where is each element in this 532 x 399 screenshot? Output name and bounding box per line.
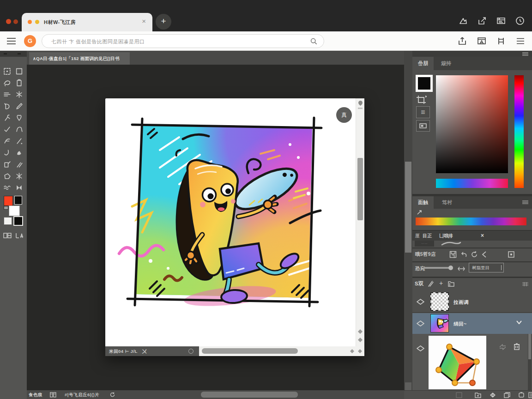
brush-tab-3[interactable]: 凵哦排 [439,231,453,241]
document-vscroll-thumb[interactable] [357,158,363,220]
tool-lasso-icon[interactable] [3,79,12,87]
workspace-hscroll-thumb[interactable] [201,392,298,398]
brush-tab-close-icon[interactable]: × [481,231,484,241]
tool-hooky-icon[interactable] [3,114,12,122]
document-hscroll-thumb[interactable] [202,348,298,354]
layers-grid-icon[interactable] [522,282,528,286]
default-fg-swatch[interactable] [4,217,12,225]
tools-sidebar-handle[interactable] [0,51,27,57]
gradient-rainbow-bar[interactable] [416,218,526,225]
hscroll-diamond-1[interactable] [350,349,354,353]
tool-arc-icon[interactable] [15,126,24,134]
history-clock-icon[interactable] [515,16,525,26]
rotate-icon[interactable] [471,251,478,258]
download-icon[interactable] [458,36,467,46]
screenmode-icon[interactable] [15,232,24,239]
document-vscrollbar[interactable] [356,98,364,346]
blend-mode-dropdown[interactable]: 树脂里目 [469,263,504,272]
scroll-diamond-up[interactable] [358,329,363,334]
layers-scroll-thumb[interactable] [528,334,531,359]
layers-folder-icon[interactable] [447,280,455,288]
annotate-icon[interactable] [458,16,468,26]
tool-asterisk-icon[interactable] [15,91,24,99]
document-hscrollbar[interactable] [199,346,364,356]
foreground-color-swatch[interactable] [4,196,13,206]
footer-list-icon[interactable] [528,392,532,398]
reading-list-icon[interactable] [496,16,506,26]
quickmask-icon[interactable] [3,232,12,239]
tool-bowtie-icon[interactable] [15,184,24,192]
tool-clipboard-icon[interactable] [15,79,24,87]
bottom-left-button[interactable]: 食色痕 [29,390,42,399]
color-tab-active[interactable]: 嵒朋 [412,57,434,70]
brush-subtab[interactable]: ⋯⋯ [415,241,434,247]
layer2-thumbnail[interactable] [430,314,449,332]
layer1-thumbnail[interactable] [430,292,449,311]
scroll-diamond-down[interactable] [358,338,363,342]
small-gray-swatch[interactable] [4,206,8,210]
new-tab-button[interactable]: + [156,14,171,30]
undo-icon[interactable] [460,251,468,258]
tool-waves-icon[interactable] [3,184,12,192]
gradient-tab-active[interactable]: 面触 [412,196,434,209]
doc-zoom-icon[interactable] [188,349,193,354]
layer3-delete-icon[interactable] [514,343,520,350]
color-mode-button[interactable]: 吅 [416,106,430,118]
color-swatch-well[interactable] [416,75,433,92]
opacity-slider[interactable] [423,267,451,269]
tool-rectpen-icon[interactable] [3,161,12,169]
layer-row-2-selected[interactable]: 绢回~ [412,313,532,334]
settings-menu-icon[interactable] [516,36,525,46]
saturation-square[interactable] [436,75,508,173]
tool-hatch-icon[interactable] [15,161,24,169]
background-color-swatch[interactable] [14,196,22,205]
footer-rotate-icon[interactable] [518,392,525,398]
tool-jhook-icon[interactable] [3,149,12,157]
color-tab-inactive[interactable]: 簸持 [435,57,457,70]
tool-dropper-icon[interactable] [15,114,24,122]
footer-copy-icon[interactable] [504,392,510,398]
layers-scrollbar[interactable] [528,334,532,399]
brush-tab-1[interactable]: 厘 [415,231,420,241]
layer-row-1[interactable]: 拉画调 [412,291,532,313]
tool-check-icon[interactable] [3,126,12,134]
layer2-visibility-icon[interactable] [417,320,424,326]
window-dot-2[interactable] [13,19,18,24]
translate-icon[interactable] [477,36,486,46]
layer3-visibility-icon[interactable] [417,345,424,351]
document-tab[interactable]: ∧QA日-值盘台1|「152 画面训的见已[|日书 [29,52,130,65]
footer-diamond-icon[interactable] [490,392,496,398]
layer3-link-icon[interactable] [499,344,506,350]
tool-swoosh-icon[interactable] [3,137,12,145]
tool-blob-icon[interactable] [15,149,24,157]
tool-marquee-icon[interactable] [3,67,12,76]
zoom-badge[interactable]: 真 [336,107,352,123]
default-bg-swatch[interactable] [13,216,23,226]
window-dot-1[interactable] [6,19,11,24]
white-swatch[interactable] [9,206,20,216]
browser-tab[interactable]: H材W-飞江房 × [22,13,152,31]
layer3-large-thumbnail[interactable] [429,336,486,389]
hscroll-diamond-2[interactable] [358,349,362,353]
save-preset-icon[interactable] [449,251,457,258]
refresh-icon[interactable] [110,392,115,397]
layers-brush-icon[interactable] [427,280,435,288]
gradient-panel-menu-icon[interactable] [522,200,528,205]
menu-icon[interactable] [6,37,16,45]
tool-pen-icon[interactable] [15,103,24,111]
brush-tab-2[interactable]: 目正 [423,231,432,241]
gradient-stop-icon[interactable] [417,210,422,215]
search-icon[interactable] [310,38,317,45]
document-window[interactable]: 真 米回04 ⊢ J/L 〤 [105,98,364,356]
settings-square-icon[interactable] [508,251,515,258]
footer-dim-icon[interactable] [456,392,462,398]
tool-slash-icon[interactable] [15,137,24,145]
url-bar[interactable]: 七四卄 卞 值创是告比图同是困凑是用口 [42,34,324,48]
hue-strip[interactable] [514,75,524,188]
tool-dshape-icon[interactable] [3,103,12,111]
opacity-slider-knob[interactable] [448,266,453,270]
browser-logo[interactable]: G [24,35,36,47]
panel-menu-icon[interactable] [522,52,528,56]
tool-aster2-icon[interactable] [15,172,24,181]
share-window-icon[interactable] [477,16,487,26]
